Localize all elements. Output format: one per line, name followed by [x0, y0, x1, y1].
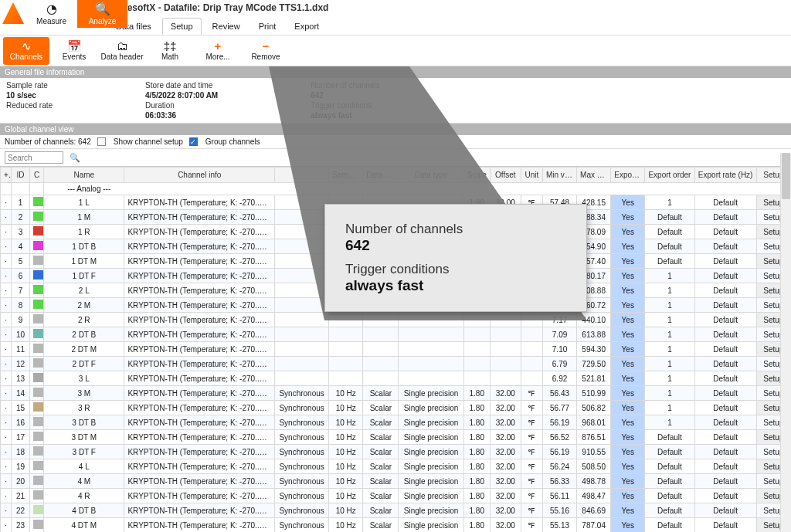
table-row[interactable]: ·194 LKRYPTON-TH (Temperature; K: -270..… [1, 459, 791, 474]
expand-cell[interactable]: · [1, 415, 12, 430]
col-data-structure[interactable]: Data structure [363, 168, 399, 183]
table-row[interactable]: ·214 RKRYPTON-TH (Temperature; K: -270..… [1, 489, 791, 503]
exported-cell[interactable]: Yes [611, 298, 645, 313]
channels-button[interactable]: ∿Channels [3, 37, 49, 65]
color-cell[interactable] [30, 489, 44, 503]
col--[interactable]: + [1, 168, 12, 183]
table-row[interactable]: ·143 MKRYPTON-TH (Temperature; K: -270..… [1, 386, 791, 401]
color-cell[interactable] [30, 415, 44, 430]
exported-cell[interactable]: Yes [611, 401, 645, 415]
expand-cell[interactable]: · [1, 401, 12, 415]
expand-cell[interactable]: · [1, 225, 12, 239]
col-sample-rate[interactable]: Sample rate [329, 168, 363, 183]
table-row[interactable]: ·122 DT FKRYPTON-TH (Temperature; K: -27… [1, 357, 791, 371]
menu-export[interactable]: Export [287, 19, 327, 34]
expand-cell[interactable]: · [1, 459, 12, 474]
color-cell[interactable] [30, 430, 44, 445]
expand-cell[interactable]: · [1, 371, 12, 386]
expand-cell[interactable]: · [1, 474, 12, 489]
expand-cell[interactable]: · [1, 503, 12, 518]
menu-setup[interactable]: Setup [162, 18, 202, 35]
color-cell[interactable] [30, 357, 44, 371]
exported-cell[interactable]: Yes [611, 210, 645, 225]
color-cell[interactable] [30, 225, 44, 239]
color-cell[interactable] [30, 474, 44, 489]
expand-cell[interactable]: · [1, 313, 12, 327]
data-header-button[interactable]: 🗂Data header [99, 37, 145, 65]
expand-cell[interactable]: · [1, 445, 12, 459]
events-button[interactable]: 📅Events [51, 37, 97, 65]
table-row[interactable]: ·173 DT MKRYPTON-TH (Temperature; K: -27… [1, 430, 791, 445]
col-blank[interactable] [275, 168, 329, 183]
expand-cell[interactable]: · [1, 430, 12, 445]
col-min-value[interactable]: Min value [542, 168, 576, 183]
col-channel-info[interactable]: Channel info [124, 168, 275, 183]
col-c[interactable]: C [30, 168, 44, 183]
exported-cell[interactable]: Yes [611, 371, 645, 386]
table-row[interactable]: ·133 LKRYPTON-TH (Temperature; K: -270..… [1, 371, 791, 386]
exported-cell[interactable]: Yes [611, 327, 645, 342]
math-button[interactable]: ‡‡Math [147, 37, 193, 65]
col-id[interactable]: ID [12, 168, 30, 183]
color-cell[interactable] [30, 518, 44, 533]
menu-print[interactable]: Print [251, 19, 284, 34]
color-cell[interactable] [30, 313, 44, 327]
vertical-scrollbar[interactable] [780, 153, 791, 532]
color-cell[interactable] [30, 298, 44, 313]
table-row[interactable]: ·224 DT BKRYPTON-TH (Temperature; K: -27… [1, 503, 791, 518]
col-unit[interactable]: Unit [521, 168, 542, 183]
expand-cell[interactable]: · [1, 239, 12, 254]
exported-cell[interactable]: Yes [611, 518, 645, 533]
color-cell[interactable] [30, 195, 44, 210]
scrollbar-thumb[interactable] [782, 153, 790, 199]
exported-cell[interactable]: Yes [611, 225, 645, 239]
exported-cell[interactable]: Yes [611, 357, 645, 371]
table-row[interactable]: ·163 DT BKRYPTON-TH (Temperature; K: -27… [1, 415, 791, 430]
expand-cell[interactable]: · [1, 283, 12, 298]
col-export-order[interactable]: Export order [645, 168, 694, 183]
expand-cell[interactable]: · [1, 357, 12, 371]
col-export-rate-hz-[interactable]: Export rate (Hz) [694, 168, 756, 183]
expand-cell[interactable]: · [1, 386, 12, 401]
group-analog[interactable]: --- Analog --- [44, 183, 791, 195]
group-channels-checkbox[interactable]: ✓ [189, 137, 198, 146]
table-row[interactable]: ·204 MKRYPTON-TH (Temperature; K: -270..… [1, 474, 791, 489]
expand-cell[interactable]: · [1, 489, 12, 503]
expand-cell[interactable]: · [1, 195, 12, 210]
measure-mode-button[interactable]: ◔Measure [26, 0, 77, 28]
color-cell[interactable] [30, 327, 44, 342]
color-cell[interactable] [30, 371, 44, 386]
expand-cell[interactable]: · [1, 518, 12, 533]
exported-cell[interactable]: Yes [611, 313, 645, 327]
color-cell[interactable] [30, 459, 44, 474]
exported-cell[interactable]: Yes [611, 503, 645, 518]
table-row[interactable]: ·153 RKRYPTON-TH (Temperature; K: -270..… [1, 401, 791, 415]
col-max-va-[interactable]: Max va… [577, 168, 611, 183]
expand-cell[interactable]: · [1, 254, 12, 269]
search-input[interactable] [5, 151, 63, 164]
show-setup-checkbox[interactable] [97, 137, 106, 146]
exported-cell[interactable]: Yes [611, 239, 645, 254]
exported-cell[interactable]: Yes [611, 195, 645, 210]
table-row[interactable]: ·92 RKRYPTON-TH (Temperature; K: -270..1… [1, 313, 791, 327]
menu-review[interactable]: Review [205, 19, 248, 34]
expand-cell[interactable]: · [1, 342, 12, 357]
table-row[interactable]: ·234 DT MKRYPTON-TH (Temperature; K: -27… [1, 518, 791, 533]
exported-cell[interactable]: Yes [611, 254, 645, 269]
color-cell[interactable] [30, 445, 44, 459]
color-cell[interactable] [30, 210, 44, 225]
color-cell[interactable] [30, 386, 44, 401]
remove-button[interactable]: −Remove [243, 37, 289, 65]
analyze-mode-button[interactable]: 🔍Analyze [77, 0, 128, 28]
exported-cell[interactable]: Yes [611, 283, 645, 298]
color-cell[interactable] [30, 503, 44, 518]
col-data-type[interactable]: Data type [399, 168, 463, 183]
col-name[interactable]: Name [44, 168, 124, 183]
expand-cell[interactable]: · [1, 210, 12, 225]
exported-cell[interactable]: Yes [611, 415, 645, 430]
expand-cell[interactable]: · [1, 269, 12, 283]
color-cell[interactable] [30, 342, 44, 357]
exported-cell[interactable]: Yes [611, 386, 645, 401]
col-exported[interactable]: Exported [611, 168, 645, 183]
exported-cell[interactable]: Yes [611, 430, 645, 445]
